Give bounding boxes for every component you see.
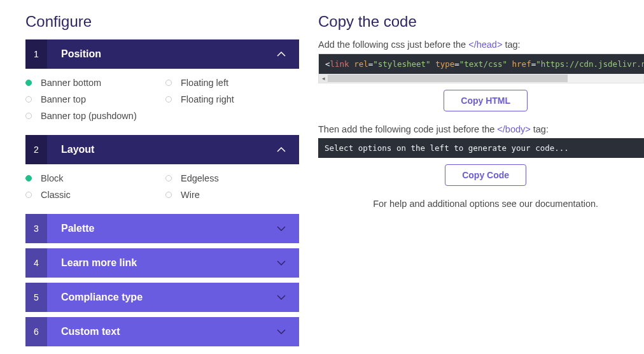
configure-heading: Configure — [25, 13, 299, 31]
radio-icon — [25, 96, 32, 103]
code-block-1-wrapper: <link rel="stylesheet" type="text/css" h… — [318, 53, 644, 83]
option-label: Floating left — [181, 78, 228, 88]
option-floating-right[interactable]: Floating right — [165, 94, 299, 104]
section-number: 1 — [25, 39, 47, 69]
option-label: Edgeless — [181, 173, 219, 183]
radio-icon — [165, 80, 172, 86]
option-label: Floating right — [181, 94, 234, 104]
option-classic[interactable]: Classic — [25, 190, 159, 200]
section-title: Compliance type — [47, 292, 143, 303]
radio-icon — [25, 80, 32, 86]
section-header-compliance-type[interactable]: 5Compliance type — [25, 283, 299, 312]
section-number: 6 — [25, 317, 47, 346]
section-header-palette[interactable]: 3Palette — [25, 214, 299, 243]
option-label: Classic — [41, 190, 71, 200]
option-banner-top-pushdown-[interactable]: Banner top (pushdown) — [25, 111, 159, 121]
option-wire[interactable]: Wire — [165, 190, 299, 200]
option-grid: Banner bottomFloating leftBanner topFloa… — [25, 78, 299, 121]
radio-icon — [165, 175, 172, 181]
scroll-left-icon[interactable]: ◂ — [319, 74, 328, 83]
option-banner-bottom[interactable]: Banner bottom — [25, 78, 159, 88]
section-title: Palette — [47, 223, 94, 234]
chevron-down-icon — [276, 225, 286, 232]
option-label: Banner top — [41, 94, 86, 104]
option-floating-left[interactable]: Floating left — [165, 78, 299, 88]
copy-code-button[interactable]: Copy Code — [445, 164, 526, 186]
option-grid: BlockEdgelessClassicWire — [25, 173, 299, 200]
step2-instruction: Then add the following code just before … — [318, 124, 644, 134]
radio-icon — [25, 113, 32, 119]
section-number: 2 — [25, 135, 47, 164]
chevron-down-icon — [276, 329, 286, 335]
section-number: 3 — [25, 214, 47, 243]
radio-icon — [25, 175, 32, 181]
copy-html-button[interactable]: Copy HTML — [444, 90, 528, 111]
section-header-custom-text[interactable]: 6Custom text — [25, 317, 299, 346]
option-label: Banner bottom — [41, 78, 101, 88]
horizontal-scrollbar[interactable]: ◂ ▸ — [319, 74, 644, 83]
section-title: Position — [47, 48, 101, 60]
option-label: Block — [41, 173, 63, 183]
option-label: Wire — [181, 190, 200, 200]
option-label: Banner top (pushdown) — [41, 111, 137, 121]
section-title: Learn more link — [47, 257, 137, 269]
help-text: For help and additional options see our … — [318, 199, 644, 209]
copy-code-heading: Copy the code — [318, 13, 644, 31]
section-header-layout[interactable]: 2Layout — [25, 135, 299, 164]
chevron-up-icon — [276, 51, 286, 57]
radio-icon — [25, 192, 32, 198]
section-title: Custom text — [47, 326, 120, 337]
option-edgeless[interactable]: Edgeless — [165, 173, 299, 183]
scroll-thumb[interactable] — [328, 74, 568, 82]
chevron-down-icon — [276, 294, 286, 301]
section-number: 4 — [25, 248, 47, 278]
radio-icon — [165, 96, 172, 103]
chevron-up-icon — [276, 146, 286, 153]
section-header-learn-more-link[interactable]: 4Learn more link — [25, 248, 299, 278]
option-block[interactable]: Block — [25, 173, 159, 183]
section-title: Layout — [47, 144, 94, 155]
code-block-1[interactable]: <link rel="stylesheet" type="text/css" h… — [319, 54, 644, 74]
option-banner-top[interactable]: Banner top — [25, 94, 159, 104]
section-header-position[interactable]: 1Position — [25, 39, 299, 69]
section-number: 5 — [25, 283, 47, 312]
step1-instruction: Add the following css just before the </… — [318, 39, 644, 50]
code-block-2[interactable]: Select options on the left to generate y… — [318, 138, 644, 158]
radio-icon — [165, 192, 172, 198]
chevron-down-icon — [276, 260, 286, 266]
